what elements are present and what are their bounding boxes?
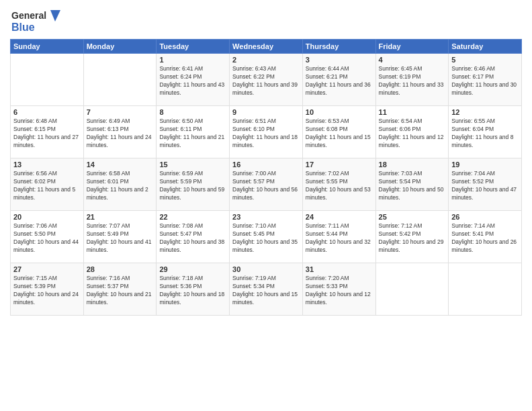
calendar-cell: 18Sunrise: 7:03 AM Sunset: 5:54 PM Dayli… (375, 158, 449, 211)
day-number: 18 (379, 161, 446, 169)
day-info: Sunrise: 7:14 AM Sunset: 5:41 PM Dayligh… (451, 222, 519, 255)
day-number: 19 (451, 161, 519, 169)
calendar-cell: 24Sunrise: 7:11 AM Sunset: 5:44 PM Dayli… (302, 211, 375, 263)
day-number: 16 (232, 161, 300, 169)
day-number: 30 (232, 265, 300, 273)
calendar-cell: 16Sunrise: 7:00 AM Sunset: 5:57 PM Dayli… (230, 158, 303, 211)
calendar-cell: 29Sunrise: 7:18 AM Sunset: 5:36 PM Dayli… (157, 263, 230, 316)
day-info: Sunrise: 7:07 AM Sunset: 5:49 PM Dayligh… (87, 222, 154, 255)
svg-marker-2 (50, 10, 60, 21)
calendar-cell: 8Sunrise: 6:50 AM Sunset: 6:11 PM Daylig… (157, 106, 230, 158)
calendar-cell: 4Sunrise: 6:45 AM Sunset: 6:19 PM Daylig… (375, 54, 449, 106)
day-info: Sunrise: 7:06 AM Sunset: 5:50 PM Dayligh… (13, 222, 81, 255)
day-number: 15 (159, 161, 226, 169)
day-number: 31 (306, 265, 373, 273)
svg-text:Blue: Blue (11, 21, 35, 33)
day-info: Sunrise: 7:08 AM Sunset: 5:47 PM Dayligh… (159, 222, 226, 255)
day-info: Sunrise: 7:04 AM Sunset: 5:52 PM Dayligh… (451, 170, 519, 202)
day-number: 8 (159, 108, 226, 116)
logo-icon: GeneralBlue (10, 7, 64, 34)
calendar-cell: 5Sunrise: 6:46 AM Sunset: 6:17 PM Daylig… (449, 54, 522, 106)
day-number: 21 (87, 213, 154, 221)
calendar-cell: 2Sunrise: 6:43 AM Sunset: 6:22 PM Daylig… (230, 54, 303, 106)
day-info: Sunrise: 7:18 AM Sunset: 5:36 PM Dayligh… (159, 275, 226, 307)
day-number: 5 (451, 56, 519, 64)
day-info: Sunrise: 6:44 AM Sunset: 6:21 PM Dayligh… (306, 65, 373, 97)
day-info: Sunrise: 6:59 AM Sunset: 5:59 PM Dayligh… (159, 170, 226, 202)
day-info: Sunrise: 7:11 AM Sunset: 5:44 PM Dayligh… (306, 222, 373, 255)
calendar-cell: 9Sunrise: 6:51 AM Sunset: 6:10 PM Daylig… (230, 106, 303, 158)
day-number: 1 (159, 56, 226, 64)
calendar-cell: 10Sunrise: 6:53 AM Sunset: 6:08 PM Dayli… (302, 106, 375, 158)
day-number: 17 (306, 161, 373, 169)
day-info: Sunrise: 6:48 AM Sunset: 6:15 PM Dayligh… (13, 118, 81, 150)
day-info: Sunrise: 7:10 AM Sunset: 5:45 PM Dayligh… (232, 222, 300, 255)
header: GeneralBlue (10, 7, 522, 34)
calendar-cell: 11Sunrise: 6:54 AM Sunset: 6:06 PM Dayli… (375, 106, 449, 158)
day-info: Sunrise: 6:46 AM Sunset: 6:17 PM Dayligh… (451, 65, 519, 97)
weekday-header-tuesday: Tuesday (157, 40, 230, 54)
day-info: Sunrise: 7:19 AM Sunset: 5:34 PM Dayligh… (232, 275, 300, 307)
calendar-cell: 6Sunrise: 6:48 AM Sunset: 6:15 PM Daylig… (11, 106, 84, 158)
calendar-cell: 22Sunrise: 7:08 AM Sunset: 5:47 PM Dayli… (157, 211, 230, 263)
calendar-cell: 19Sunrise: 7:04 AM Sunset: 5:52 PM Dayli… (449, 158, 522, 211)
day-number: 14 (87, 161, 154, 169)
day-number: 27 (13, 265, 81, 273)
day-number: 26 (451, 213, 519, 221)
day-info: Sunrise: 7:16 AM Sunset: 5:37 PM Dayligh… (87, 275, 154, 307)
day-number: 13 (13, 161, 81, 169)
day-number: 7 (87, 108, 154, 116)
day-number: 4 (379, 56, 446, 64)
day-number: 25 (379, 213, 446, 221)
day-info: Sunrise: 6:45 AM Sunset: 6:19 PM Dayligh… (379, 65, 446, 97)
weekday-header-saturday: Saturday (449, 40, 522, 54)
day-info: Sunrise: 7:15 AM Sunset: 5:39 PM Dayligh… (13, 275, 81, 307)
day-number: 22 (159, 213, 226, 221)
day-info: Sunrise: 6:53 AM Sunset: 6:08 PM Dayligh… (306, 118, 373, 150)
day-info: Sunrise: 7:12 AM Sunset: 5:42 PM Dayligh… (379, 222, 446, 255)
calendar-cell: 25Sunrise: 7:12 AM Sunset: 5:42 PM Dayli… (375, 211, 449, 263)
calendar-cell: 26Sunrise: 7:14 AM Sunset: 5:41 PM Dayli… (449, 211, 522, 263)
calendar-cell (375, 263, 449, 316)
day-number: 12 (451, 108, 519, 116)
day-info: Sunrise: 6:43 AM Sunset: 6:22 PM Dayligh… (232, 65, 300, 97)
day-number: 9 (232, 108, 300, 116)
calendar-cell: 14Sunrise: 6:58 AM Sunset: 6:01 PM Dayli… (83, 158, 157, 211)
day-info: Sunrise: 6:49 AM Sunset: 6:13 PM Dayligh… (87, 118, 154, 150)
weekday-header-thursday: Thursday (302, 40, 375, 54)
calendar-cell: 17Sunrise: 7:02 AM Sunset: 5:55 PM Dayli… (302, 158, 375, 211)
day-number: 2 (232, 56, 300, 64)
day-info: Sunrise: 7:20 AM Sunset: 5:33 PM Dayligh… (306, 275, 373, 307)
calendar-cell: 13Sunrise: 6:56 AM Sunset: 6:02 PM Dayli… (11, 158, 84, 211)
day-number: 11 (379, 108, 446, 116)
day-info: Sunrise: 6:54 AM Sunset: 6:06 PM Dayligh… (379, 118, 446, 150)
logo: GeneralBlue (10, 7, 64, 34)
calendar-cell: 30Sunrise: 7:19 AM Sunset: 5:34 PM Dayli… (230, 263, 303, 316)
weekday-header-sunday: Sunday (11, 40, 84, 54)
day-number: 28 (87, 265, 154, 273)
day-info: Sunrise: 7:03 AM Sunset: 5:54 PM Dayligh… (379, 170, 446, 202)
calendar-table: SundayMondayTuesdayWednesdayThursdayFrid… (10, 39, 522, 316)
calendar-cell: 20Sunrise: 7:06 AM Sunset: 5:50 PM Dayli… (11, 211, 84, 263)
day-info: Sunrise: 7:00 AM Sunset: 5:57 PM Dayligh… (232, 170, 300, 202)
day-info: Sunrise: 6:41 AM Sunset: 6:24 PM Dayligh… (159, 65, 226, 97)
calendar-cell: 15Sunrise: 6:59 AM Sunset: 5:59 PM Dayli… (157, 158, 230, 211)
calendar-cell (83, 54, 157, 106)
day-number: 29 (159, 265, 226, 273)
calendar-cell: 31Sunrise: 7:20 AM Sunset: 5:33 PM Dayli… (302, 263, 375, 316)
day-info: Sunrise: 6:50 AM Sunset: 6:11 PM Dayligh… (159, 118, 226, 150)
calendar-cell (11, 54, 84, 106)
day-info: Sunrise: 6:55 AM Sunset: 6:04 PM Dayligh… (451, 118, 519, 150)
weekday-header-monday: Monday (83, 40, 157, 54)
day-info: Sunrise: 6:51 AM Sunset: 6:10 PM Dayligh… (232, 118, 300, 150)
day-info: Sunrise: 6:58 AM Sunset: 6:01 PM Dayligh… (87, 170, 154, 202)
calendar-cell: 28Sunrise: 7:16 AM Sunset: 5:37 PM Dayli… (83, 263, 157, 316)
weekday-header-wednesday: Wednesday (230, 40, 303, 54)
calendar-cell: 23Sunrise: 7:10 AM Sunset: 5:45 PM Dayli… (230, 211, 303, 263)
calendar-cell: 27Sunrise: 7:15 AM Sunset: 5:39 PM Dayli… (11, 263, 84, 316)
day-info: Sunrise: 6:56 AM Sunset: 6:02 PM Dayligh… (13, 170, 81, 202)
day-number: 10 (306, 108, 373, 116)
weekday-header-friday: Friday (375, 40, 449, 54)
day-number: 24 (306, 213, 373, 221)
day-number: 6 (13, 108, 81, 116)
